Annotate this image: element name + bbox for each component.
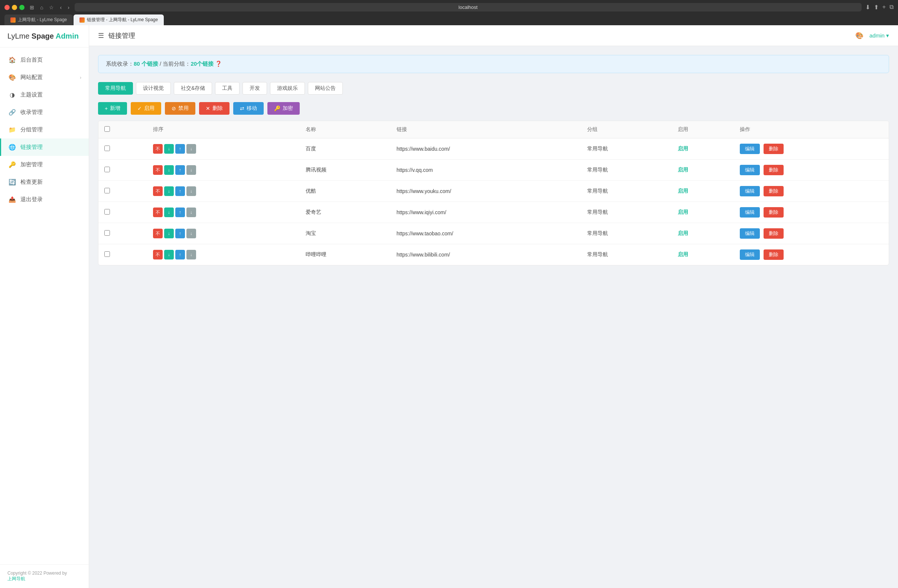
cat-tab-2[interactable]: 社交&存储	[174, 82, 212, 95]
palette-icon[interactable]: 🎨	[855, 32, 863, 40]
add-button[interactable]: + 新增	[98, 102, 127, 115]
sort-last-btn-1[interactable]: ↓	[186, 165, 196, 175]
sidebar-item-record[interactable]: 🔗 收录管理	[0, 104, 89, 121]
sort-last-btn-5[interactable]: ↓	[186, 250, 196, 259]
row-select-1[interactable]	[105, 167, 110, 172]
row-actions-4: 编辑 删除	[734, 223, 889, 244]
batch-delete-button[interactable]: ✕ 删除	[199, 102, 229, 115]
sort-last-btn-3[interactable]: ↓	[186, 207, 196, 217]
cat-tab-5[interactable]: 游戏娱乐	[270, 82, 305, 95]
row-select-5[interactable]	[105, 251, 110, 257]
move-button[interactable]: ⇄ 移动	[233, 102, 264, 115]
row-select-3[interactable]	[105, 209, 110, 215]
sort-down-btn-3[interactable]: ↓	[164, 207, 174, 217]
sort-up-btn-0[interactable]: ↑	[175, 144, 185, 154]
sidebar-item-theme[interactable]: ◑ 主题设置	[0, 86, 89, 104]
sort-first-btn-1[interactable]: 不	[153, 165, 163, 175]
back-icon[interactable]: ‹	[58, 4, 63, 11]
close-button[interactable]	[5, 5, 10, 10]
row-group-4: 常用导航	[581, 223, 672, 244]
edit-btn-0[interactable]: 编辑	[740, 144, 760, 154]
row-select-4[interactable]	[105, 230, 110, 236]
sidebar-item-logout[interactable]: 📤 退出登录	[0, 191, 89, 208]
sidebar-item-label-logout: 退出登录	[20, 196, 43, 203]
delete-btn-4[interactable]: 删除	[764, 228, 784, 239]
disable-button[interactable]: ⊘ 禁用	[165, 102, 195, 115]
help-icon[interactable]: ❓	[215, 60, 222, 67]
sort-up-btn-5[interactable]: ↑	[175, 250, 185, 259]
sidebar-item-label-record: 收录管理	[20, 109, 43, 116]
sort-first-btn-5[interactable]: 不	[153, 250, 163, 259]
fullscreen-button[interactable]	[19, 5, 25, 10]
encrypt-button[interactable]: 🔑 加密	[268, 102, 300, 115]
menu-toggle-icon[interactable]: ☰	[98, 32, 104, 40]
sidebar-item-label-update: 检查更新	[20, 178, 43, 186]
sort-last-btn-2[interactable]: ↓	[186, 186, 196, 196]
sort-last-btn-4[interactable]: ↓	[186, 229, 196, 238]
edit-btn-3[interactable]: 编辑	[740, 207, 760, 218]
sort-up-btn-4[interactable]: ↑	[175, 229, 185, 238]
logout-icon: 📤	[9, 196, 16, 203]
minimize-button[interactable]	[12, 5, 17, 10]
sort-down-btn-5[interactable]: ↓	[164, 250, 174, 259]
sidebar-item-encrypt[interactable]: 🔑 加密管理	[0, 156, 89, 173]
browser-tab-1[interactable]: 链接管理 - 上网导航 - LyLme Spage	[74, 14, 164, 25]
sort-down-btn-1[interactable]: ↓	[164, 165, 174, 175]
info-total: 80 个链接	[134, 60, 158, 67]
edit-btn-1[interactable]: 编辑	[740, 165, 760, 175]
select-all-checkbox[interactable]	[105, 126, 110, 132]
sort-down-btn-2[interactable]: ↓	[164, 186, 174, 196]
sort-up-btn-1[interactable]: ↑	[175, 165, 185, 175]
sidebar-item-site-config[interactable]: 🎨 网站配置 ›	[0, 69, 89, 86]
share-icon[interactable]: ⬆	[874, 4, 879, 11]
sort-up-btn-2[interactable]: ↑	[175, 186, 185, 196]
cat-tab-1[interactable]: 设计视觉	[136, 82, 171, 95]
row-select-0[interactable]	[105, 146, 110, 151]
download-icon[interactable]: ⬇	[865, 4, 870, 11]
sort-down-btn-4[interactable]: ↓	[164, 229, 174, 238]
sidebar-item-dashboard[interactable]: 🏠 后台首页	[0, 51, 89, 69]
edit-btn-4[interactable]: 编辑	[740, 228, 760, 239]
sidebar-toggle-icon[interactable]: ⊞	[28, 4, 35, 11]
sort-down-btn-0[interactable]: ↓	[164, 144, 174, 154]
row-select-2[interactable]	[105, 188, 110, 193]
cat-tab-0[interactable]: 常用导航	[98, 82, 133, 95]
sort-first-btn-3[interactable]: 不	[153, 207, 163, 217]
col-group: 分组	[581, 121, 672, 138]
user-menu[interactable]: admin ▾	[869, 32, 889, 39]
edit-btn-2[interactable]: 编辑	[740, 186, 760, 197]
sort-last-btn-0[interactable]: ↓	[186, 144, 196, 154]
footer-link[interactable]: 上网导航	[8, 576, 25, 581]
sidebar-item-update[interactable]: 🔄 检查更新	[0, 173, 89, 191]
sort-first-btn-0[interactable]: 不	[153, 144, 163, 154]
delete-btn-5[interactable]: 删除	[764, 249, 784, 260]
row-name-3: 爱奇艺	[300, 202, 391, 223]
sidebar-item-link[interactable]: 🌐 链接管理	[0, 138, 89, 156]
delete-btn-0[interactable]: 删除	[764, 144, 784, 154]
cat-tab-6[interactable]: 网站公告	[308, 82, 343, 95]
sidebar-item-label-dashboard: 后台首页	[20, 57, 43, 63]
sort-first-btn-2[interactable]: 不	[153, 186, 163, 196]
row-name-1: 腾讯视频	[300, 160, 391, 181]
new-tab-icon[interactable]: +	[883, 4, 886, 11]
sort-first-btn-4[interactable]: 不	[153, 229, 163, 238]
address-bar[interactable]: localhost	[75, 3, 862, 12]
header-right: 🎨 admin ▾	[855, 32, 889, 40]
delete-btn-3[interactable]: 删除	[764, 207, 784, 218]
sidebar-item-group[interactable]: 📁 分组管理	[0, 121, 89, 138]
row-group-3: 常用导航	[581, 202, 672, 223]
bookmark-icon[interactable]: ☆	[48, 4, 55, 11]
cat-tab-4[interactable]: 开发	[243, 82, 267, 95]
sort-up-btn-3[interactable]: ↑	[175, 207, 185, 217]
edit-btn-5[interactable]: 编辑	[740, 249, 760, 260]
sidebar-footer: Copyright © 2022 Powered by 上网导航	[0, 564, 89, 588]
home-icon[interactable]: ⌂	[38, 4, 45, 11]
enable-button[interactable]: ✓ 启用	[131, 102, 161, 115]
forward-icon[interactable]: ›	[66, 4, 71, 11]
delete-btn-2[interactable]: 删除	[764, 186, 784, 197]
windows-icon[interactable]: ⧉	[889, 4, 893, 11]
cat-tab-3[interactable]: 工具	[215, 82, 240, 95]
delete-btn-1[interactable]: 删除	[764, 165, 784, 175]
browser-tab-0[interactable]: 上网导航 - LyLme Spage	[5, 14, 73, 25]
row-group-2: 常用导航	[581, 181, 672, 202]
